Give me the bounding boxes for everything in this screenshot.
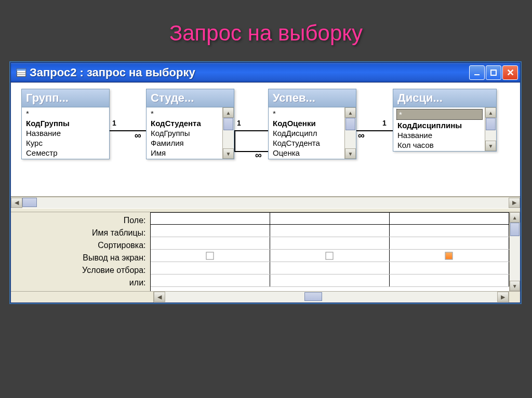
field-list[interactable]: * КодДисциплины Название Кол часов ▲ ▼ [393,107,496,151]
titlebar[interactable]: Запрос2 : запрос на выборку ✕ [11,63,520,83]
field-item[interactable]: * [149,108,234,118]
grid-cell[interactable] [151,225,270,237]
scroll-spacer [11,292,154,303]
grid-row-table[interactable] [151,225,509,237]
field-item[interactable]: КодСтудента [149,118,234,128]
field-item[interactable]: Семестр [24,148,109,158]
table-header[interactable]: Дисци... [393,89,496,107]
table-header[interactable]: Успев... [269,89,356,107]
scroll-down-icon[interactable]: ▼ [223,148,234,159]
grid-cell[interactable] [270,275,390,286]
label-show: Вывод на экран: [13,252,146,264]
field-list[interactable]: * КодГруппы Название Курс Семестр [22,107,109,159]
relation-line[interactable] [234,151,268,152]
field-item[interactable]: КодГруппы [149,128,234,138]
grid-row-criteria[interactable] [151,262,509,275]
table-header[interactable]: Студе... [147,89,234,107]
field-scrollbar[interactable]: ▲ ▼ [222,107,234,159]
maximize-icon [490,70,497,76]
field-scrollbar[interactable]: ▲ ▼ [344,107,356,159]
scroll-thumb[interactable] [22,198,37,207]
grid-row-sort[interactable] [151,237,509,250]
grid-cell[interactable] [270,213,390,224]
grid-cell[interactable] [151,275,270,286]
scroll-left-button[interactable]: ◀ [154,292,165,302]
field-item[interactable]: Кол часов [395,140,496,150]
pane-splitter[interactable] [11,208,520,212]
table-box-students[interactable]: Студе... * КодСтудента КодГруппы Фамилия… [146,89,234,159]
minimize-button[interactable] [469,65,485,80]
grid-cell[interactable] [151,213,270,224]
field-item[interactable]: Название [24,128,109,138]
scroll-up-icon[interactable]: ▲ [485,107,496,118]
svg-rect-1 [17,68,26,71]
show-checkbox[interactable] [270,250,390,262]
relation-line[interactable] [234,130,268,131]
field-item[interactable]: КодСтудента [271,138,356,148]
relation-hscrollbar[interactable]: ◀ ▶ [11,197,520,208]
field-item[interactable]: Фамилия [149,138,234,148]
scroll-thumb[interactable] [486,118,496,130]
relation-pane[interactable]: Групп... * КодГруппы Название Курс Семес… [11,83,520,197]
scroll-up-button[interactable]: ▲ [510,212,520,223]
grid-cell[interactable] [270,237,390,249]
relation-many: ∞ [255,150,262,161]
field-item[interactable]: Оценка [271,148,356,158]
grid-cell[interactable] [390,237,509,249]
field-item[interactable]: КодДисциплины [395,120,496,130]
field-list[interactable]: * КодСтудента КодГруппы Фамилия Имя ▲ ▼ [147,107,234,159]
scroll-up-icon[interactable]: ▲ [345,107,356,118]
table-header[interactable]: Групп... [22,89,109,107]
label-table: Имя таблицы: [13,227,146,239]
grid-cell[interactable] [390,213,509,224]
close-icon: ✕ [507,67,514,78]
grid-cell[interactable] [151,237,270,249]
grid-body[interactable] [151,212,509,291]
scroll-thumb[interactable] [304,292,322,301]
table-box-disciplines[interactable]: Дисци... * КодДисциплины Название Кол ча… [393,89,497,152]
scroll-right-button[interactable]: ▶ [509,198,520,208]
field-item[interactable]: * [271,108,356,118]
scroll-thumb[interactable] [345,118,355,130]
grid-row-show[interactable] [151,250,509,262]
close-button[interactable]: ✕ [502,65,518,80]
scroll-down-icon[interactable]: ▼ [345,148,356,159]
scroll-up-icon[interactable]: ▲ [223,107,234,118]
field-item[interactable]: * [24,108,109,118]
field-item[interactable]: Курс [24,138,109,148]
relation-line[interactable] [234,130,235,151]
grid-cell[interactable] [270,262,390,274]
grid-cell[interactable] [390,225,509,237]
show-checkbox[interactable] [151,250,270,262]
scroll-down-icon[interactable]: ▼ [485,141,496,151]
field-item[interactable]: * [396,109,483,120]
grid-cell[interactable] [390,275,509,286]
field-item[interactable]: КодГруппы [24,118,109,128]
scroll-thumb[interactable] [223,118,233,130]
scroll-down-button[interactable]: ▼ [510,281,520,291]
grid-cell[interactable] [151,262,270,274]
maximize-button[interactable] [486,65,501,80]
field-item[interactable]: КодОценки [271,118,356,128]
grid-cell[interactable] [390,262,509,274]
grid-row-field[interactable] [151,212,509,225]
field-item[interactable]: Название [395,130,496,140]
query-grid: Поле: Имя таблицы: Сортировка: Вывод на … [11,212,520,291]
grid-cell[interactable] [270,225,390,237]
table-box-groups[interactable]: Групп... * КодГруппы Название Курс Семес… [21,89,110,159]
scroll-right-button[interactable]: ▶ [497,292,509,302]
field-list[interactable]: * КодОценки КодДисципл КодСтудента Оценк… [269,107,356,159]
label-sort: Сортировка: [13,239,146,252]
scroll-left-button[interactable]: ◀ [11,198,22,208]
grid-row-or[interactable] [151,275,509,287]
field-item[interactable]: КодДисципл [271,128,356,138]
field-scrollbar[interactable]: ▲ ▼ [485,107,496,151]
show-checkbox[interactable] [390,250,509,262]
field-item[interactable]: Имя [149,148,234,158]
table-box-grades[interactable]: Успев... * КодОценки КодДисципл КодСтуде… [268,89,356,159]
grid-hscrollbar[interactable]: ◀ ▶ [11,291,520,303]
grid-vscrollbar[interactable]: ▲ ▼ [509,212,520,291]
label-or: или: [13,277,146,289]
relation-many: ∞ [135,130,141,141]
scroll-thumb[interactable] [510,223,520,236]
